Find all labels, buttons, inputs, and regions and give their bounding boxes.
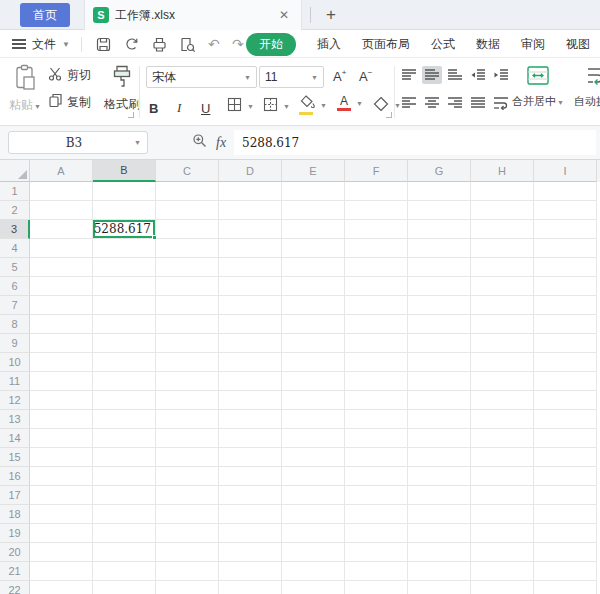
cell-E6[interactable] bbox=[282, 277, 345, 296]
cell-A2[interactable] bbox=[30, 201, 93, 220]
cell-G3[interactable] bbox=[408, 220, 471, 239]
cell-B9[interactable] bbox=[93, 334, 156, 353]
cell-A18[interactable] bbox=[30, 505, 93, 524]
font-name-select[interactable]: 宋体 ▼ bbox=[146, 66, 257, 88]
row-header-14[interactable]: 14 bbox=[0, 429, 30, 448]
cell-E18[interactable] bbox=[282, 505, 345, 524]
cell-D7[interactable] bbox=[219, 296, 282, 315]
cell-A17[interactable] bbox=[30, 486, 93, 505]
cell-E16[interactable] bbox=[282, 467, 345, 486]
cell-E21[interactable] bbox=[282, 562, 345, 581]
cell-D20[interactable] bbox=[219, 543, 282, 562]
cell-A1[interactable] bbox=[30, 182, 93, 201]
name-box-dropdown-icon[interactable]: ▼ bbox=[134, 139, 141, 146]
cell-D15[interactable] bbox=[219, 448, 282, 467]
cell-H8[interactable] bbox=[471, 315, 534, 334]
cell-I4[interactable] bbox=[534, 239, 597, 258]
cell-A19[interactable] bbox=[30, 524, 93, 543]
cell-C11[interactable] bbox=[156, 372, 219, 391]
cell-C8[interactable] bbox=[156, 315, 219, 334]
cell-H10[interactable] bbox=[471, 353, 534, 372]
cell-G1[interactable] bbox=[408, 182, 471, 201]
cell-C9[interactable] bbox=[156, 334, 219, 353]
cell-B1[interactable] bbox=[93, 182, 156, 201]
cell-F9[interactable] bbox=[345, 334, 408, 353]
cell-G6[interactable] bbox=[408, 277, 471, 296]
cell-I16[interactable] bbox=[534, 467, 597, 486]
export-pdf-icon[interactable] bbox=[121, 33, 143, 55]
cell-G5[interactable] bbox=[408, 258, 471, 277]
document-tab[interactable]: S 工作簿.xlsx ✕ bbox=[84, 0, 302, 30]
name-box[interactable]: B3 ▼ bbox=[8, 131, 148, 154]
cell-G20[interactable] bbox=[408, 543, 471, 562]
cell-F13[interactable] bbox=[345, 410, 408, 429]
cell-B20[interactable] bbox=[93, 543, 156, 562]
cell-C5[interactable] bbox=[156, 258, 219, 277]
cell-B19[interactable] bbox=[93, 524, 156, 543]
cell-E13[interactable] bbox=[282, 410, 345, 429]
align-top-button[interactable] bbox=[399, 66, 419, 84]
row-header-10[interactable]: 10 bbox=[0, 353, 30, 372]
cell-F2[interactable] bbox=[345, 201, 408, 220]
cell-H7[interactable] bbox=[471, 296, 534, 315]
new-tab-button[interactable]: + bbox=[318, 2, 344, 28]
menu-tab-6[interactable]: 审阅 bbox=[521, 36, 545, 53]
cell-G9[interactable] bbox=[408, 334, 471, 353]
row-header-19[interactable]: 19 bbox=[0, 524, 30, 543]
cell-D16[interactable] bbox=[219, 467, 282, 486]
cell-F3[interactable] bbox=[345, 220, 408, 239]
cell-A10[interactable] bbox=[30, 353, 93, 372]
cell-H18[interactable] bbox=[471, 505, 534, 524]
cell-G13[interactable] bbox=[408, 410, 471, 429]
cell-I3[interactable] bbox=[534, 220, 597, 239]
cell-F16[interactable] bbox=[345, 467, 408, 486]
italic-button[interactable]: I bbox=[177, 96, 181, 116]
decrease-indent-button[interactable] bbox=[468, 66, 488, 84]
cell-B8[interactable] bbox=[93, 315, 156, 334]
format-painter-button[interactable]: 格式刷 bbox=[100, 63, 144, 113]
row-header-6[interactable]: 6 bbox=[0, 277, 30, 296]
print-icon[interactable] bbox=[149, 33, 171, 55]
cell-E5[interactable] bbox=[282, 258, 345, 277]
cell-A21[interactable] bbox=[30, 562, 93, 581]
cell-E22[interactable] bbox=[282, 581, 345, 594]
search-icon[interactable] bbox=[192, 133, 207, 152]
cell-D9[interactable] bbox=[219, 334, 282, 353]
cell-E1[interactable] bbox=[282, 182, 345, 201]
cell-I5[interactable] bbox=[534, 258, 597, 277]
cell-F8[interactable] bbox=[345, 315, 408, 334]
cell-C10[interactable] bbox=[156, 353, 219, 372]
cell-E2[interactable] bbox=[282, 201, 345, 220]
cell-A20[interactable] bbox=[30, 543, 93, 562]
cell-D1[interactable] bbox=[219, 182, 282, 201]
cell-I20[interactable] bbox=[534, 543, 597, 562]
cell-C20[interactable] bbox=[156, 543, 219, 562]
cell-E10[interactable] bbox=[282, 353, 345, 372]
cell-A12[interactable] bbox=[30, 391, 93, 410]
cell-I1[interactable] bbox=[534, 182, 597, 201]
row-header-9[interactable]: 9 bbox=[0, 334, 30, 353]
cell-B22[interactable] bbox=[93, 581, 156, 594]
row-header-4[interactable]: 4 bbox=[0, 239, 30, 258]
cell-I2[interactable] bbox=[534, 201, 597, 220]
cell-D17[interactable] bbox=[219, 486, 282, 505]
row-header-11[interactable]: 11 bbox=[0, 372, 30, 391]
cell-H20[interactable] bbox=[471, 543, 534, 562]
column-header-E[interactable]: E bbox=[282, 160, 345, 182]
cell-G4[interactable] bbox=[408, 239, 471, 258]
file-menu[interactable]: 文件 bbox=[32, 36, 56, 53]
align-right-button[interactable] bbox=[445, 94, 465, 112]
cell-F17[interactable] bbox=[345, 486, 408, 505]
cell-C1[interactable] bbox=[156, 182, 219, 201]
cell-D2[interactable] bbox=[219, 201, 282, 220]
cell-C18[interactable] bbox=[156, 505, 219, 524]
align-middle-button[interactable] bbox=[422, 66, 442, 84]
merge-center-button[interactable]: 合并居中▼ bbox=[511, 64, 565, 109]
cell-A22[interactable] bbox=[30, 581, 93, 594]
column-header-H[interactable]: H bbox=[471, 160, 534, 182]
row-header-12[interactable]: 12 bbox=[0, 391, 30, 410]
cell-C15[interactable] bbox=[156, 448, 219, 467]
cell-F11[interactable] bbox=[345, 372, 408, 391]
cell-B7[interactable] bbox=[93, 296, 156, 315]
borders-button[interactable]: ▼ bbox=[227, 97, 254, 115]
